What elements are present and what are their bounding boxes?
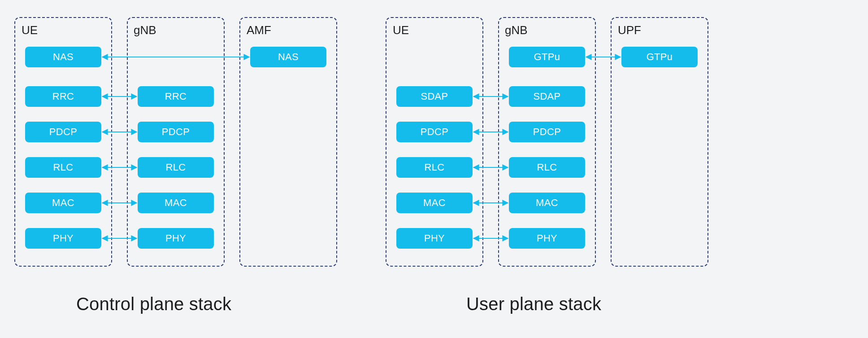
cp-gnb-rrc: RRC	[138, 86, 214, 107]
cp-amf-nas: NAS	[250, 47, 326, 67]
cp-gnb-mac: MAC	[138, 193, 214, 213]
up-gnb-mac: MAC	[509, 193, 585, 213]
up-gnb-rlc: RLC	[509, 157, 585, 178]
up-gnb-sdap: SDAP	[509, 86, 585, 107]
up-ue-pdcp: PDCP	[396, 122, 473, 142]
up-ue-mac: MAC	[396, 193, 473, 213]
cp-ue-phy: PHY	[25, 228, 101, 249]
up-ue-sdap: SDAP	[396, 86, 473, 107]
up-gnb-gtpu: GTPu	[509, 47, 585, 67]
cp-ue-rrc: RRC	[25, 86, 101, 107]
cp-amf-title: AMF	[247, 23, 271, 37]
cp-caption: Control plane stack	[76, 294, 231, 314]
cp-gnb-rlc: RLC	[138, 157, 214, 178]
cp-ue-pdcp: PDCP	[25, 122, 101, 142]
cp-gnb-title: gNB	[134, 23, 156, 37]
cp-ue-nas: NAS	[25, 47, 101, 67]
up-ue-rlc: RLC	[396, 157, 473, 178]
up-ue-phy: PHY	[396, 228, 473, 249]
up-gnb-pdcp: PDCP	[509, 122, 585, 142]
cp-ue-title: UE	[22, 23, 38, 37]
up-ue-title: UE	[393, 23, 409, 37]
cp-ue-rlc: RLC	[25, 157, 101, 178]
up-gnb-title: gNB	[505, 23, 528, 37]
cp-gnb-pdcp: PDCP	[138, 122, 214, 142]
up-caption: User plane stack	[466, 294, 601, 314]
up-gnb-phy: PHY	[509, 228, 585, 249]
up-upf-gtpu: GTPu	[621, 47, 698, 67]
cp-gnb-phy: PHY	[138, 228, 214, 249]
cp-ue-mac: MAC	[25, 193, 101, 213]
up-upf-title: UPF	[618, 23, 641, 37]
